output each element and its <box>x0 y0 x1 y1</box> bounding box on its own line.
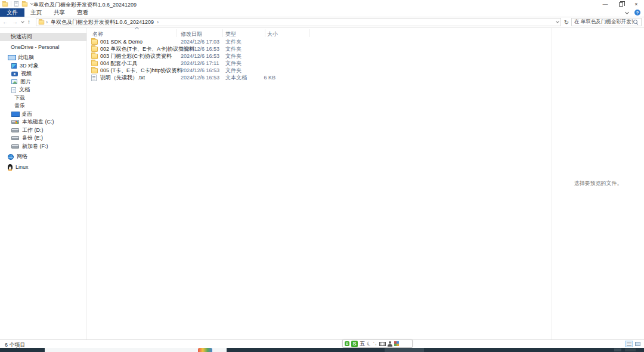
toolbox-icon[interactable] <box>394 341 399 346</box>
column-separator[interactable] <box>222 29 223 37</box>
restore-button[interactable] <box>613 0 628 8</box>
file-row-row-006[interactable]: 说明（先读我）.txt 2024/12/6 16:53 文本文档 6 KB <box>88 74 552 81</box>
linux-icon <box>8 164 13 170</box>
file-rows: 001 SDK & Demo 2024/12/6 17:03 文件夹 002 单… <box>88 38 552 81</box>
breadcrumb[interactable]: 单双色及门楣全彩开发资料1.0.6_20241209 <box>51 18 154 26</box>
sidebar-item-label: Linux <box>16 164 29 170</box>
sidebar-item-music[interactable]: 音乐 <box>0 102 86 110</box>
refresh-button[interactable]: ↻ <box>563 18 570 26</box>
soft-keyboard-icon[interactable] <box>379 342 386 346</box>
column-separator[interactable] <box>265 29 265 37</box>
sidebar-item-label: 图片 <box>20 78 31 86</box>
file-date-modified: 2024/12/6 16:53 <box>181 45 219 53</box>
file-type: 文件夹 <box>225 67 242 74</box>
file-row-row-001[interactable]: 001 SDK & Demo 2024/12/6 17:03 文件夹 <box>88 38 552 45</box>
sidebar-item-3d-objects[interactable]: 3D 对象 <box>0 62 86 70</box>
file-date-modified: 2024/12/6 16:53 <box>181 53 219 60</box>
taskbar-active-app[interactable] <box>385 348 424 352</box>
content-area: 快速访问 OneDrive - Personal 此电脑 3D 对象 视频 图片… <box>0 28 644 339</box>
sidebar-item-label: OneDrive - Personal <box>11 44 60 50</box>
file-date-modified: 2024/12/6 16:53 <box>181 67 219 74</box>
folder-icon <box>91 54 98 59</box>
breadcrumb-separator-2[interactable]: › <box>157 19 159 25</box>
file-name[interactable]: 说明（先读我）.txt <box>100 74 145 81</box>
sogou-logo-icon[interactable]: S <box>351 341 358 347</box>
punctuation-icon[interactable]: ’， <box>373 341 377 347</box>
file-row-row-002[interactable]: 002 单双色(T卡、E卡、A卡)协议类资料 2024/12/6 16:53 文… <box>88 45 552 53</box>
tab-view[interactable]: 查看 <box>71 8 94 17</box>
minimize-button[interactable]: — <box>597 0 613 8</box>
wubi-mode-icon[interactable]: 五 <box>360 340 365 348</box>
sidebar-item-work-d[interactable]: 工作 (D:) <box>0 126 86 135</box>
sidebar-item-pictures[interactable]: 图片 <box>0 78 86 87</box>
status-bar: 6 个项目 <box>0 339 644 348</box>
up-button[interactable]: ↑ <box>27 19 30 25</box>
tab-home[interactable]: 主页 <box>24 8 48 17</box>
new-folder-icon[interactable] <box>22 2 27 7</box>
recent-locations-chevron-icon[interactable] <box>21 20 24 23</box>
sidebar-item-quick-access[interactable]: 快速访问 <box>0 33 86 41</box>
file-row-row-003[interactable]: 003 门楣全彩(C卡)协议类资料 2024/12/6 16:53 文件夹 <box>88 53 552 60</box>
window-folder-icon[interactable] <box>2 2 8 7</box>
taskbar-tray-item[interactable] <box>625 348 636 351</box>
sidebar-item-local-disk-c[interactable]: 本地磁盘 (C:) <box>0 118 86 126</box>
taskbar-tray-item[interactable] <box>614 348 621 351</box>
sort-ascending-icon <box>135 27 139 31</box>
restore-icon <box>619 2 623 7</box>
close-button[interactable]: × <box>628 0 644 8</box>
sogou-tray-icon[interactable]: S <box>345 341 349 346</box>
doc-icon <box>11 87 16 93</box>
address-bar[interactable]: › 单双色及门楣全彩开发资料1.0.6_20241209 › <box>36 18 561 26</box>
file-date-modified: 2024/12/6 17:11 <box>181 60 219 67</box>
details-view-button[interactable] <box>625 341 633 347</box>
search-box[interactable]: 在 单双色及门楣全彩开发资... <box>571 18 642 26</box>
sidebar-item-onedrive[interactable]: OneDrive - Personal <box>0 44 86 52</box>
titlebar: 单双色及门楣全彩开发资料1.0.6_20241209 — × <box>0 0 644 8</box>
address-folder-icon <box>39 20 44 25</box>
quick-access-toolbar <box>2 1 33 7</box>
ribbon-tab-bar: 文件 主页 共享 查看 ? <box>0 8 644 17</box>
column-separator[interactable] <box>177 29 177 37</box>
file-name[interactable]: 003 门楣全彩(C卡)协议类资料 <box>100 53 172 60</box>
user-login-icon[interactable] <box>388 341 392 347</box>
folder-icon <box>91 61 98 66</box>
column-header-name[interactable]: 名称 <box>92 30 103 38</box>
folder-icon <box>91 39 98 45</box>
sidebar-item-label: 桌面 <box>21 110 32 118</box>
column-separator[interactable] <box>309 29 310 37</box>
file-name[interactable]: 001 SDK & Demo <box>100 38 143 45</box>
sidebar-item-network[interactable]: 网络 <box>0 153 86 161</box>
ime-language-bar: S S 五 ☾ ’， <box>342 339 413 348</box>
sidebar-item-documents[interactable]: 文档 <box>0 86 86 94</box>
sidebar-item-linux[interactable]: Linux <box>0 163 86 172</box>
folder-icon <box>91 47 98 52</box>
sidebar-item-downloads[interactable]: 下载 <box>0 94 86 103</box>
thumbnail-view-button[interactable] <box>634 341 642 347</box>
sidebar-item-label: 视频 <box>21 70 32 78</box>
file-name[interactable]: 004 配套小工具 <box>100 60 138 67</box>
address-dropdown-chevron-icon[interactable] <box>556 20 559 23</box>
forward-button[interactable]: → <box>12 19 18 25</box>
tab-share[interactable]: 共享 <box>48 8 71 17</box>
taskbar-app-icon[interactable] <box>198 348 212 352</box>
disk-icon <box>11 128 19 132</box>
sidebar-item-label: 下载 <box>14 94 25 102</box>
expand-ribbon-chevron-icon[interactable] <box>625 10 629 14</box>
fullwidth-moon-icon[interactable]: ☾ <box>366 340 373 347</box>
file-size: 6 KB <box>235 74 275 81</box>
sidebar-item-backup-e[interactable]: 备份 (E:) <box>0 134 86 143</box>
column-header-size[interactable]: 大小 <box>267 30 278 38</box>
sidebar-item-desktop[interactable]: 桌面 <box>0 110 86 119</box>
file-row-row-005[interactable]: 005 (T卡、E卡、C卡)http协议资料 2024/12/6 16:53 文… <box>88 67 552 74</box>
help-icon[interactable]: ? <box>634 10 640 16</box>
sidebar-item-videos[interactable]: 视频 <box>0 70 86 78</box>
properties-icon[interactable] <box>14 1 18 7</box>
column-header-date-modified[interactable]: 修改日期 <box>181 30 202 38</box>
sidebar-item-new-volume-f[interactable]: 新加卷 (F:) <box>0 143 86 151</box>
sidebar-item-this-pc[interactable]: 此电脑 <box>0 54 86 62</box>
tab-file[interactable]: 文件 <box>0 8 24 17</box>
file-name[interactable]: 005 (T卡、E卡、C卡)http协议资料 <box>100 67 182 74</box>
column-header-type[interactable]: 类型 <box>225 30 236 38</box>
file-row-row-004[interactable]: 004 配套小工具 2024/12/6 17:11 文件夹 <box>88 60 552 67</box>
back-button[interactable]: ← <box>2 19 8 25</box>
